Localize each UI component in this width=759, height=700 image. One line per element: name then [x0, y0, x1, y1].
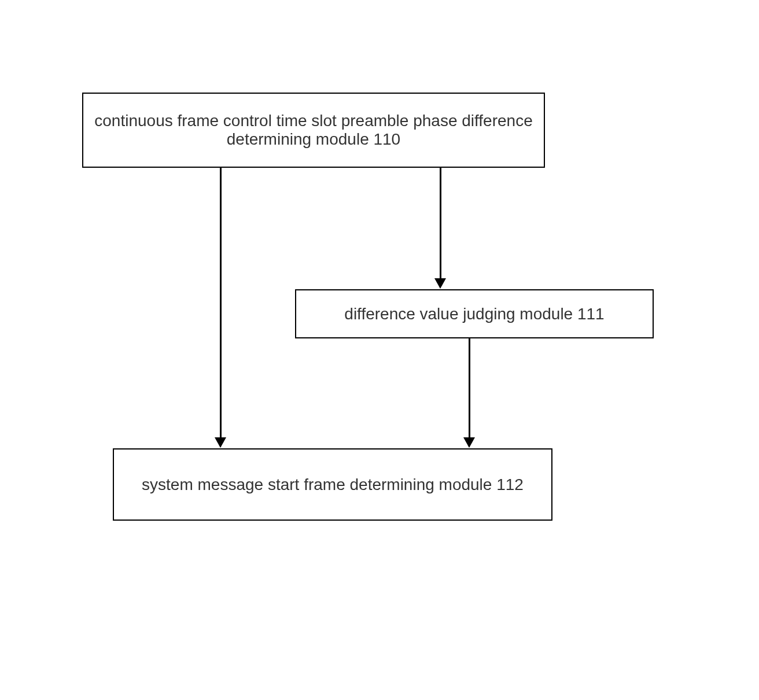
arrow-111-to-112: [469, 338, 470, 439]
box-111-label: difference value judging module 111: [344, 305, 604, 323]
box-110-label: continuous frame control time slot pream…: [88, 112, 539, 149]
arrow-111-to-112-head: [463, 437, 475, 448]
box-difference-judging-module: difference value judging module 111: [295, 289, 654, 338]
arrow-110-to-112: [220, 168, 222, 439]
box-system-message-module: system message start frame determining m…: [113, 448, 552, 521]
arrow-110-to-112-head: [215, 437, 226, 448]
arrow-110-to-111: [440, 168, 441, 279]
arrow-110-to-111-head: [434, 278, 446, 289]
box-112-label: system message start frame determining m…: [142, 476, 524, 494]
box-phase-difference-module: continuous frame control time slot pream…: [82, 93, 545, 168]
